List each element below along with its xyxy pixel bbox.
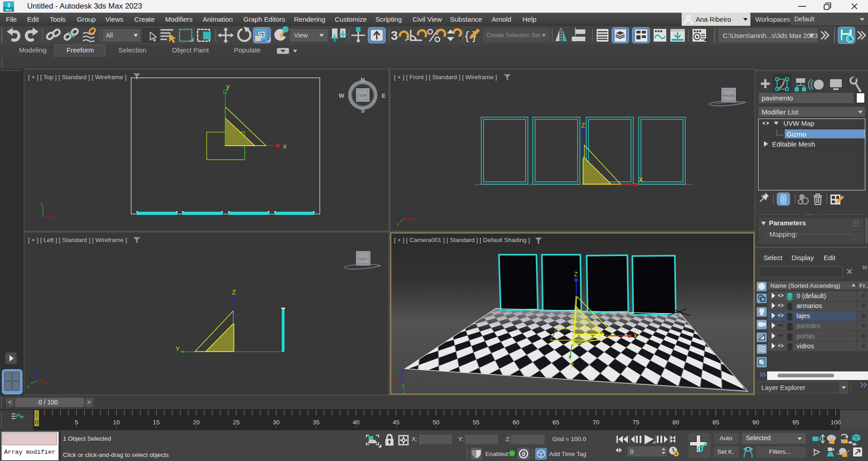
svg-text:{: {: [465, 29, 469, 43]
svg-text:x: x: [414, 217, 417, 223]
svg-text:C:\Users\aninh...s\3ds Max 202: C:\Users\aninh...s\3ds Max 2023: [723, 32, 818, 39]
svg-text:15: 15: [153, 419, 160, 426]
svg-text:TOP: TOP: [359, 94, 366, 98]
svg-text:Editable Mesh: Editable Mesh: [772, 140, 815, 148]
svg-text:x: x: [283, 142, 287, 150]
svg-text:y: y: [41, 201, 43, 206]
svg-text:0: 0: [522, 451, 525, 457]
svg-text:60: 60: [512, 419, 519, 426]
svg-text:20: 20: [193, 419, 199, 426]
svg-text:Layer Explorer: Layer Explorer: [761, 384, 806, 391]
svg-text:z: z: [402, 203, 404, 209]
svg-text:3: 3: [7, 2, 10, 9]
svg-text:UVW Map: UVW Map: [783, 119, 814, 127]
svg-text:y: y: [397, 221, 399, 227]
svg-text:z: z: [34, 366, 37, 371]
svg-text:Z: Z: [581, 122, 585, 129]
svg-text:0: 0: [630, 448, 634, 455]
svg-text:X: X: [639, 176, 643, 183]
svg-text:W: W: [339, 92, 345, 99]
svg-text:0 (default): 0 (default): [797, 292, 826, 299]
svg-text:30: 30: [273, 419, 280, 426]
svg-text:paredes: paredes: [797, 322, 820, 329]
svg-text:FRONT: FRONT: [723, 94, 735, 98]
svg-text:75: 75: [632, 419, 639, 426]
svg-text:✳: ✳: [860, 342, 867, 351]
svg-text:✳: ✳: [860, 292, 867, 300]
svg-text:Name (Sorted Ascending): Name (Sorted Ascending): [770, 282, 840, 289]
svg-text:10: 10: [113, 419, 120, 426]
svg-text:E: E: [382, 92, 386, 99]
svg-text:70: 70: [593, 419, 599, 426]
svg-text:x: x: [53, 215, 56, 220]
svg-text:5: 5: [75, 419, 78, 426]
svg-text:85: 85: [712, 419, 719, 426]
svg-text:65: 65: [553, 419, 560, 426]
svg-text:LEFT: LEFT: [359, 257, 368, 261]
svg-text:S: S: [361, 107, 365, 114]
svg-text:Enabled:: Enabled:: [485, 451, 509, 457]
svg-text:x: x: [45, 380, 47, 385]
svg-text:vidros: vidros: [797, 342, 814, 350]
svg-text:80: 80: [673, 419, 679, 426]
svg-text:N: N: [360, 76, 365, 83]
svg-text:45: 45: [393, 419, 399, 426]
svg-text:35: 35: [313, 419, 319, 426]
svg-text:MAX: MAX: [5, 9, 11, 11]
svg-text:portas: portas: [797, 333, 815, 340]
svg-text:✳: ✳: [860, 322, 867, 330]
svg-text:All: All: [106, 32, 113, 39]
svg-text:55: 55: [473, 419, 479, 426]
svg-text:y: y: [27, 383, 30, 389]
svg-text:✳: ✳: [860, 312, 867, 320]
svg-text:95: 95: [792, 419, 799, 426]
svg-text:✳: ✳: [860, 332, 867, 341]
svg-text:Y: Y: [175, 345, 180, 352]
svg-text:View: View: [294, 32, 308, 39]
svg-text:Add Time Tag: Add Time Tag: [549, 451, 586, 457]
svg-text:3: 3: [391, 29, 398, 43]
svg-text:50: 50: [432, 419, 439, 426]
svg-text:90: 90: [752, 419, 759, 426]
svg-text:lajes: lajes: [797, 312, 810, 319]
svg-text:Create Selection Set: Create Selection Set: [486, 32, 541, 38]
svg-text:Fr...: Fr...: [859, 282, 868, 289]
svg-text:0: 0: [35, 419, 38, 426]
svg-text:y: y: [226, 82, 230, 90]
svg-text:Z: Z: [232, 289, 236, 296]
svg-text:z: z: [37, 219, 39, 225]
svg-text:Gizmo: Gizmo: [787, 130, 806, 138]
svg-text:✳: ✳: [860, 302, 867, 310]
svg-text:100: 100: [830, 419, 841, 426]
svg-text:40: 40: [353, 419, 360, 426]
svg-text:25: 25: [233, 419, 240, 426]
svg-text:armarios: armarios: [797, 302, 822, 309]
